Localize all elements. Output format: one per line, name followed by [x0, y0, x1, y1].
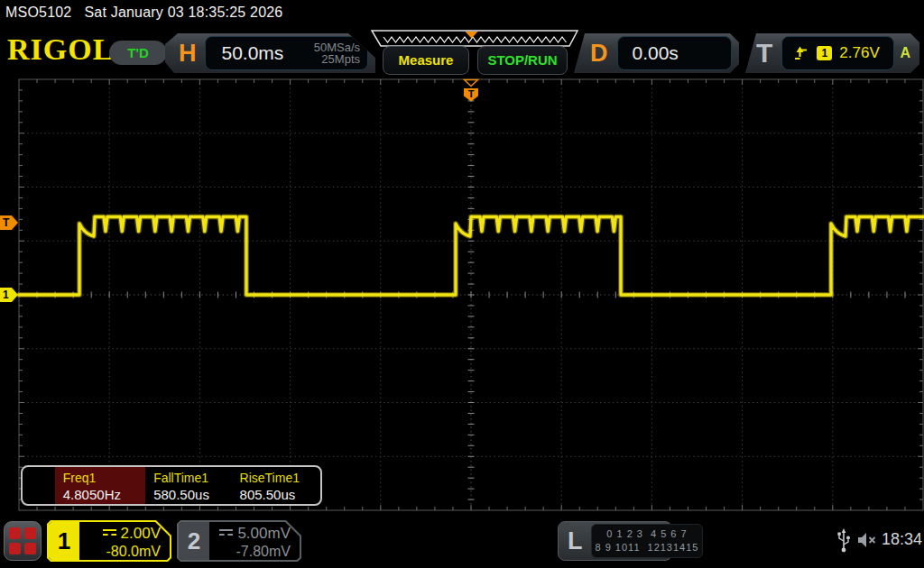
logic-analyzer-badge[interactable]: L 0 1 2 34 5 6 7 8 9 101112131415	[558, 521, 672, 561]
trigger-well: 1 2.76V	[781, 36, 894, 70]
measurement-falltime1[interactable]: FallTime1 580.50us	[145, 467, 231, 504]
dc-coupling-icon	[103, 529, 116, 539]
channel2-scale: 5.00mV	[237, 525, 291, 542]
trigger-label: T	[756, 38, 772, 69]
oscilloscope-screen: MSO5102Sat January 03 18:35:25 2026 RIGO…	[0, 0, 924, 568]
menu-tile-icon	[24, 527, 36, 539]
channel2-values: 5.00mV -7.80mV	[209, 522, 300, 560]
measurement-spacer	[23, 467, 55, 504]
measure-button[interactable]: Measure	[383, 46, 469, 75]
stop-run-button[interactable]: STOP/RUN	[477, 46, 568, 75]
channel2-offset: -7.80mV	[209, 544, 291, 560]
logic-channel-numbers: 0 1 2 34 5 6 7 8 9 101112131415	[591, 524, 704, 558]
trigger-source-badge: 1	[817, 46, 832, 60]
measurement-freq1[interactable]: Freq1 4.8050Hz	[55, 467, 145, 504]
speaker-muted-icon[interactable]	[856, 531, 878, 549]
channel2-number: 2	[179, 522, 209, 560]
logic-row2b: 12131415	[648, 542, 699, 553]
trigger-status-badge: T'D	[109, 41, 167, 65]
measurement-value: 4.8050Hz	[63, 487, 145, 502]
memory-depth: 25Mpts	[321, 52, 360, 66]
titlebar-text: MSO5102Sat January 03 18:35:25 2026	[5, 5, 295, 21]
main-menu-button[interactable]	[4, 521, 42, 561]
channel1-values: 2.00V -80.0mV	[79, 522, 170, 560]
delay-tab[interactable]: D 0.00s	[570, 33, 739, 73]
trigger-sweep-mode: A	[900, 45, 910, 61]
model-name: MSO5102	[5, 5, 71, 20]
channel2-badge[interactable]: 2 5.00mV -7.80mV	[177, 520, 301, 562]
delay-well: 0.00s	[617, 36, 733, 70]
menu-tile-icon	[9, 527, 21, 539]
timebase-value: 50.0ms	[222, 42, 284, 64]
channel2-inner: 2 5.00mV -7.80mV	[179, 522, 300, 560]
waveform-display: T	[0, 78, 924, 512]
clock: 18:34	[882, 530, 922, 549]
header-bar: RIGOL T'D H 50.0ms 50MSa/s 25Mpts Measur…	[0, 27, 924, 78]
delay-label: D	[590, 40, 608, 68]
horizontal-label: H	[179, 40, 197, 68]
logic-row1b: 4 5 6 7	[651, 528, 688, 539]
rising-edge-icon	[793, 45, 809, 61]
trigger-level-value: 2.76V	[839, 44, 879, 62]
menu-tile-icon	[24, 543, 36, 554]
channel1-offset: -80.0mV	[79, 544, 161, 560]
measurement-value: 805.50us	[240, 487, 320, 502]
measurement-value: 580.50us	[153, 487, 231, 502]
dc-coupling-icon	[219, 529, 233, 539]
measurement-risetime1[interactable]: RiseTime1 805.50us	[232, 467, 320, 504]
channel-status-bar: 1 2.00V -80.0mV 2 5.00mV -7.80mV L 0 1 2…	[0, 518, 924, 568]
channel1-scale: 2.00V	[121, 525, 161, 542]
channel1-number: 1	[49, 522, 79, 560]
logic-label: L	[568, 527, 583, 555]
menu-tile-icon	[9, 543, 21, 554]
usb-icon	[836, 527, 851, 553]
measurement-panel[interactable]: Freq1 4.8050Hz FallTime1 580.50us RiseTi…	[21, 465, 322, 506]
channel2-scale-line: 5.00mV	[209, 525, 291, 543]
acquisition-rates: 50MSa/s 25Mpts	[314, 41, 360, 65]
title-bar: MSO5102Sat January 03 18:35:25 2026	[0, 0, 924, 27]
channel1-badge[interactable]: 1 2.00V -80.0mV	[47, 520, 171, 562]
svg-text:T: T	[468, 88, 475, 99]
datetime: Sat January 03 18:35:25 2026	[84, 5, 282, 20]
measurement-name: RiseTime1	[240, 471, 320, 485]
horizontal-tab[interactable]: H 50.0ms 50MSa/s 25Mpts	[165, 33, 375, 73]
channel1-inner: 1 2.00V -80.0mV	[49, 522, 170, 560]
measurement-name: FallTime1	[153, 471, 231, 485]
trigger-tab[interactable]: T 1 2.76V A	[742, 33, 919, 73]
delay-value: 0.00s	[633, 42, 679, 64]
logic-row2a: 8 9 1011	[596, 542, 641, 553]
measurement-name: Freq1	[63, 471, 145, 485]
rigol-logo: RIGOL	[7, 32, 114, 67]
channel1-scale-line: 2.00V	[79, 525, 161, 543]
logic-row1a: 0 1 2 3	[606, 528, 643, 539]
timebase-well: 50.0ms 50MSa/s 25Mpts	[205, 36, 369, 70]
